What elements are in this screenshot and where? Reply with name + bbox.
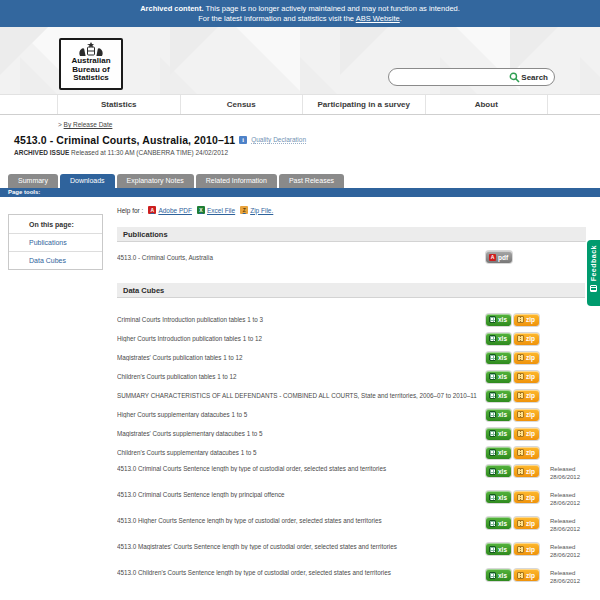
- data-cube-row: 4513.0 Higher Courts Sentence length by …: [117, 514, 586, 540]
- zip-download-button[interactable]: zip: [514, 491, 539, 503]
- search-button[interactable]: Search: [509, 72, 548, 83]
- adobe-pdf-icon: A: [148, 206, 156, 214]
- sidebar-link[interactable]: Data Cubes: [9, 251, 102, 269]
- zip-file-icon: Z: [240, 206, 248, 214]
- xls-icon: [489, 392, 496, 399]
- feedback-label: Feedback: [590, 245, 597, 281]
- xls-download-button[interactable]: xls: [486, 371, 511, 383]
- publication-row: 4513.0 - Criminal Courts, Australia Apdf: [117, 251, 586, 263]
- zip-download-button[interactable]: zip: [514, 428, 539, 440]
- xls-download-button[interactable]: xls: [486, 569, 511, 581]
- zip-icon: [517, 335, 524, 342]
- data-cube-buttons: xls zip: [486, 314, 536, 326]
- xls-download-button[interactable]: xls: [486, 447, 511, 459]
- zip-icon: [517, 354, 524, 361]
- zip-icon: [517, 392, 524, 399]
- breadcrumb: > By Release Date: [58, 121, 600, 128]
- released-date: Released 28/06/2012: [550, 569, 586, 585]
- abs-logo[interactable]: Australian Bureau of Statistics: [59, 38, 123, 90]
- abs-website-link[interactable]: ABS Website: [356, 14, 400, 23]
- nav-item[interactable]: Participating in a survey: [302, 95, 425, 114]
- zip-download-button[interactable]: zip: [514, 333, 539, 345]
- xls-download-button[interactable]: xls: [486, 517, 511, 529]
- data-cube-buttons: xls zip: [486, 371, 536, 383]
- zip-icon: [517, 411, 524, 418]
- data-cube-title: 4513.0 Criminal Courts Sentence length b…: [117, 465, 486, 472]
- released-date: Released 28/06/2012: [550, 517, 586, 533]
- nav-item[interactable]: Census: [180, 95, 303, 114]
- data-cube-buttons: xls zip: [486, 390, 536, 402]
- zip-download-button[interactable]: zip: [514, 447, 539, 459]
- data-cube-title: 4513.0 Criminal Courts Sentence length b…: [117, 491, 486, 498]
- site-header: Australian Bureau of Statistics Search: [0, 27, 600, 95]
- info-icon[interactable]: i: [239, 136, 247, 144]
- xls-download-button[interactable]: xls: [486, 390, 511, 402]
- zip-download-button[interactable]: zip: [514, 314, 539, 326]
- released-at-text: Released at 11:30 AM (CANBERRA TIME) 24/…: [69, 149, 228, 156]
- help-for-row: Help for : AAdobe PDF XExcel File ZZip F…: [117, 206, 586, 214]
- adobe-pdf-help-link[interactable]: AAdobe PDF: [148, 206, 192, 214]
- xls-icon: [489, 373, 496, 380]
- main-nav: Statistics Census Participating in a sur…: [57, 95, 548, 115]
- nav-item[interactable]: Statistics: [57, 95, 180, 114]
- data-cube-row: Higher Courts supplementary datacubes 1 …: [117, 405, 586, 424]
- xls-download-button[interactable]: xls: [486, 543, 511, 555]
- nav-item[interactable]: About: [425, 95, 549, 114]
- xls-download-button[interactable]: xls: [486, 491, 511, 503]
- data-cube-buttons: xls zip: [486, 465, 536, 477]
- on-this-page-heading: On this page:: [9, 215, 102, 233]
- tab[interactable]: Summary: [8, 174, 58, 188]
- banner-bold-text: Archived content.: [140, 4, 203, 13]
- xls-download-button[interactable]: xls: [486, 352, 511, 364]
- xls-icon: [489, 520, 496, 527]
- breadcrumb-release-date-link[interactable]: By Release Date: [64, 121, 113, 128]
- zip-download-button[interactable]: zip: [514, 517, 539, 529]
- tab[interactable]: Related Information: [196, 174, 277, 188]
- publications-section-header: Publications: [117, 227, 586, 242]
- tab[interactable]: Downloads: [60, 174, 115, 188]
- zip-file-help-link[interactable]: ZZip File.: [240, 206, 273, 214]
- zip-download-button[interactable]: zip: [514, 409, 539, 421]
- main-column: Help for : AAdobe PDF XExcel File ZZip F…: [117, 206, 586, 592]
- page: Archived content. This page is no longer…: [0, 0, 600, 600]
- feedback-form-icon: [590, 285, 597, 292]
- xls-icon: [489, 354, 496, 361]
- search-icon: [509, 72, 520, 83]
- xls-icon: [489, 468, 496, 475]
- data-cube-buttons: xls zip: [486, 428, 536, 440]
- xls-download-button[interactable]: xls: [486, 409, 511, 421]
- zip-download-button[interactable]: zip: [514, 465, 539, 477]
- xls-icon: [489, 572, 496, 579]
- xls-download-button[interactable]: xls: [486, 314, 511, 326]
- zip-download-button[interactable]: zip: [514, 371, 539, 383]
- pdf-download-button[interactable]: Apdf: [486, 251, 512, 263]
- data-cube-buttons: xls zip: [486, 352, 536, 364]
- data-cube-row: Children's Courts publication tables 1 t…: [117, 367, 586, 386]
- data-cube-row: Criminal Courts Introduction publication…: [117, 310, 586, 329]
- zip-download-button[interactable]: zip: [514, 352, 539, 364]
- search-input[interactable]: [395, 70, 509, 84]
- title-row: 4513.0 - Criminal Courts, Australia, 201…: [14, 134, 600, 146]
- zip-download-button[interactable]: zip: [514, 543, 539, 555]
- data-cube-buttons: xls zip: [486, 517, 536, 529]
- data-cube-row: Magistrates' Courts publication tables 1…: [117, 348, 586, 367]
- xls-download-button[interactable]: xls: [486, 333, 511, 345]
- sidebar-link[interactable]: Publications: [9, 233, 102, 251]
- xls-download-button[interactable]: xls: [486, 428, 511, 440]
- tab[interactable]: Past Releases: [279, 174, 344, 188]
- pdf-icon: A: [489, 254, 496, 261]
- xls-download-button[interactable]: xls: [486, 465, 511, 477]
- zip-icon: [517, 572, 524, 579]
- zip-download-button[interactable]: zip: [514, 390, 539, 402]
- data-cube-title: 4513.0 Children's Courts Sentence length…: [117, 569, 486, 576]
- data-cube-row: SUMMARY CHARACTERISTICS OF ALL DEFENDANT…: [117, 386, 586, 405]
- zip-icon: [517, 494, 524, 501]
- quality-declaration-link[interactable]: Quality Declaration: [251, 136, 306, 144]
- on-this-page-box: On this page: Publications Data Cubes: [8, 214, 103, 270]
- excel-file-help-link[interactable]: XExcel File: [197, 206, 235, 214]
- tab[interactable]: Explanatory Notes: [117, 174, 194, 188]
- data-cube-title: Magistrates' Courts supplementary datacu…: [117, 430, 486, 437]
- zip-download-button[interactable]: zip: [514, 569, 539, 581]
- xls-icon: [489, 430, 496, 437]
- feedback-tab[interactable]: Feedback: [587, 240, 600, 306]
